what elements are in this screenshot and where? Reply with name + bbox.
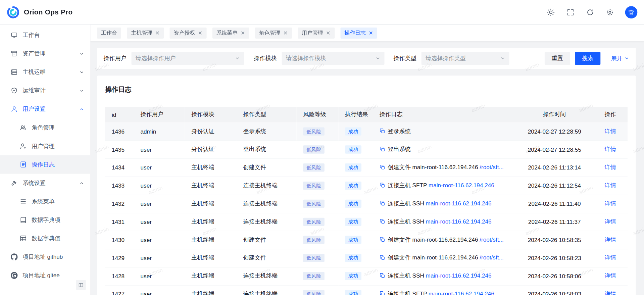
tab-role-management[interactable]: 角色管理 ✕ — [255, 27, 292, 38]
table-row[interactable]: 1430 user 主机终端 创建文件 低风险 成功 创建文件 main-roo… — [105, 231, 628, 249]
search-button[interactable]: 搜索 — [575, 52, 600, 65]
detail-link[interactable]: 详情 — [605, 182, 616, 189]
fullscreen-icon — [566, 8, 575, 16]
tab-close-icon[interactable]: ✕ — [368, 30, 373, 36]
sidebar-item-label: 角色管理 — [32, 124, 84, 131]
tab-close-icon[interactable]: ✕ — [241, 30, 245, 36]
result-badge: 成功 — [345, 218, 361, 226]
tab-close-icon[interactable]: ✕ — [155, 30, 160, 36]
book-icon — [20, 216, 27, 224]
tab-close-icon[interactable]: ✕ — [283, 30, 288, 36]
tab-workbench[interactable]: 工作台 — [97, 27, 121, 38]
operation-type-select[interactable]: 请选择操作类型 — [422, 52, 509, 65]
copy-icon[interactable] — [380, 237, 385, 242]
tab-close-icon[interactable]: ✕ — [198, 30, 202, 36]
log-link[interactable]: main-root-116.62.194.246 — [426, 272, 492, 279]
sidebar-item-role-management[interactable]: 角色管理 — [0, 118, 90, 137]
cell-risk: 低风险 — [297, 213, 339, 231]
sidebar-item-system-menu[interactable]: 系统菜单 — [0, 192, 90, 211]
detail-link[interactable]: 详情 — [605, 146, 616, 152]
log-link[interactable]: main-root-116.62.194.246 — [426, 200, 492, 207]
copy-icon[interactable] — [380, 218, 385, 224]
filter-bar: 操作用户 请选择操作用户 操作模块 请选择操作模块 操作类型 请选择操作类 — [97, 48, 636, 69]
copy-icon[interactable] — [380, 164, 385, 170]
user-add-icon — [20, 143, 27, 150]
detail-link[interactable]: 详情 — [605, 254, 616, 261]
detail-link[interactable]: 详情 — [605, 236, 616, 243]
log-text: 创建文件 main-root-116.62.194.246 — [388, 236, 480, 243]
table-row[interactable]: 1436 admin 身份认证 登录系统 低风险 成功 登录系统 2024-02… — [105, 122, 628, 141]
sidebar-item-ops-audit[interactable]: 运维审计 — [0, 81, 90, 100]
top-header: Orion Ops Pro — [0, 0, 644, 24]
copy-icon[interactable] — [380, 128, 385, 134]
cell-time: 2024-02-26 11:11:37 — [519, 213, 590, 231]
operation-module-select[interactable]: 请选择操作模块 — [282, 52, 385, 65]
tab-close-icon[interactable]: ✕ — [326, 30, 330, 36]
table-row[interactable]: 1427 user 主机终端 连接主机终端 低风险 成功 连接主机 SFTP m… — [105, 285, 628, 295]
settings-button[interactable] — [605, 8, 614, 17]
detail-link[interactable]: 详情 — [605, 164, 616, 170]
operation-user-select[interactable]: 请选择操作用户 — [132, 52, 244, 65]
tab-system-menu[interactable]: 系统菜单 ✕ — [212, 27, 249, 38]
copy-icon[interactable] — [380, 255, 385, 260]
tab-asset-authorization[interactable]: 资产授权 ✕ — [169, 27, 206, 38]
refresh-button[interactable] — [586, 8, 595, 17]
table-row[interactable]: 1431 user 主机终端 连接主机终端 低风险 成功 连接主机 SSH ma… — [105, 213, 628, 231]
cell-action: 详情 — [590, 195, 628, 213]
cell-risk: 低风险 — [297, 122, 339, 141]
table-row[interactable]: 1434 user 主机终端 创建文件 低风险 成功 创建文件 main-roo… — [105, 158, 628, 177]
cell-type: 连接主机终端 — [237, 195, 297, 213]
cell-id: 1431 — [105, 213, 134, 231]
table-row[interactable]: 1429 user 主机终端 创建文件 低风险 成功 创建文件 main-roo… — [105, 249, 628, 267]
row-time: 2024-02-27 12:28:55 — [528, 146, 581, 153]
risk-badge: 低风险 — [303, 200, 325, 208]
log-link[interactable]: main-root-116.62.194.246 — [426, 218, 492, 225]
copy-icon[interactable] — [380, 273, 385, 279]
detail-link[interactable]: 详情 — [605, 272, 616, 279]
detail-link[interactable]: 详情 — [605, 200, 616, 207]
copy-icon[interactable] — [380, 200, 385, 206]
cell-action: 详情 — [590, 249, 628, 267]
sidebar-item-user-management[interactable]: 用户管理 — [0, 137, 90, 155]
sidebar-collapse-button[interactable] — [76, 280, 86, 290]
sidebar-item-system-settings[interactable]: 系统设置 — [0, 174, 90, 192]
cell-action: 详情 — [590, 267, 628, 285]
sidebar-item-user-settings[interactable]: 用户设置 — [0, 100, 90, 118]
user-avatar[interactable]: 管 — [625, 6, 638, 18]
sidebar-item-assets[interactable]: 资产管理 — [0, 44, 90, 63]
sidebar-item-dict-item[interactable]: 数据字典项 — [0, 211, 90, 229]
cell-type: 创建文件 — [237, 158, 297, 177]
cell-id: 1429 — [105, 249, 134, 267]
theme-toggle-button[interactable] — [546, 8, 555, 17]
sidebar-item-workbench[interactable]: 工作台 — [0, 26, 90, 44]
log-link[interactable]: main-root-116.62.194.246 — [429, 182, 494, 189]
tab-operation-log[interactable]: 操作日志 ✕ — [340, 27, 377, 38]
expand-toggle[interactable]: 展开 — [611, 55, 629, 62]
tab-host-management[interactable]: 主机管理 ✕ — [127, 27, 164, 38]
sidebar-item-host-ops[interactable]: 主机运维 — [0, 63, 90, 81]
tab-user-management[interactable]: 用户管理 ✕ — [298, 27, 335, 38]
detail-link[interactable]: 详情 — [605, 128, 616, 134]
log-link[interactable]: /root/sft... — [480, 254, 503, 261]
reset-button[interactable]: 重置 — [545, 52, 570, 65]
log-link[interactable]: main-root-116.62.194.246 — [429, 290, 494, 295]
row-type: 连接主机终端 — [243, 272, 278, 279]
cell-time: 2024-02-26 11:12:54 — [519, 177, 590, 195]
detail-link[interactable]: 详情 — [605, 218, 616, 225]
sidebar-item-operation-log[interactable]: 操作日志 — [0, 155, 90, 174]
table-row[interactable]: 1428 user 主机终端 连接主机终端 低风险 成功 连接主机 SSH ma… — [105, 267, 628, 285]
fullscreen-button[interactable] — [566, 8, 575, 17]
log-link[interactable]: /root/sft... — [480, 236, 503, 243]
table-row[interactable]: 1432 user 主机终端 连接主机终端 低风险 成功 连接主机 SSH ma… — [105, 195, 628, 213]
copy-icon[interactable] — [380, 146, 385, 152]
cell-action: 详情 — [590, 158, 628, 177]
copy-icon[interactable] — [380, 291, 385, 295]
log-link[interactable]: /root/sft... — [480, 164, 503, 170]
table-row[interactable]: 1433 user 主机终端 连接主机终端 低风险 成功 连接主机 SFTP m… — [105, 177, 628, 195]
table-row[interactable]: 1435 user 身份认证 登出系统 低风险 成功 登出系统 2024-02-… — [105, 141, 628, 159]
sidebar-item-dict-value[interactable]: 数据字典值 — [0, 229, 90, 248]
sidebar-item-github-link[interactable]: 项目地址 github — [0, 248, 90, 266]
cell-result: 成功 — [338, 267, 373, 285]
detail-link[interactable]: 详情 — [605, 290, 616, 295]
copy-icon[interactable] — [380, 182, 385, 188]
